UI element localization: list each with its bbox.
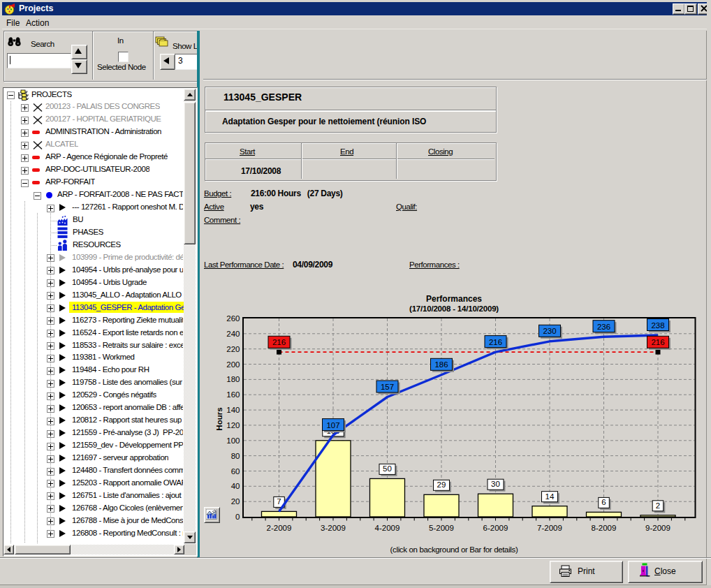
svg-text:(click on background or Bar fo: (click on background or Bar for details) bbox=[390, 545, 518, 554]
svg-text:80: 80 bbox=[231, 452, 240, 460]
svg-text:260: 260 bbox=[226, 314, 240, 323]
svg-text:238: 238 bbox=[651, 321, 664, 330]
svg-text:2: 2 bbox=[656, 501, 660, 510]
svg-text:216: 216 bbox=[651, 338, 664, 346]
svg-text:2-2009: 2-2009 bbox=[267, 524, 292, 532]
svg-text:157: 157 bbox=[381, 383, 394, 391]
svg-text:50: 50 bbox=[383, 464, 392, 473]
svg-text:(17/10/2008 - 14/10/2009): (17/10/2008 - 14/10/2009) bbox=[409, 304, 499, 313]
svg-text:5-2009: 5-2009 bbox=[429, 524, 454, 532]
svg-text:186: 186 bbox=[434, 360, 448, 369]
svg-text:3-2009: 3-2009 bbox=[321, 524, 346, 532]
svg-text:100: 100 bbox=[226, 436, 240, 445]
svg-text:8-2009: 8-2009 bbox=[592, 524, 617, 532]
svg-text:6: 6 bbox=[601, 498, 606, 506]
svg-text:Performances: Performances bbox=[426, 294, 482, 304]
svg-text:216: 216 bbox=[489, 338, 502, 346]
svg-text:40: 40 bbox=[231, 482, 240, 490]
svg-text:Hours: Hours bbox=[215, 407, 223, 430]
svg-text:60: 60 bbox=[231, 467, 240, 476]
svg-text:120: 120 bbox=[226, 421, 240, 429]
svg-text:14: 14 bbox=[545, 492, 555, 501]
svg-text:20: 20 bbox=[231, 497, 240, 506]
svg-text:9-2009: 9-2009 bbox=[645, 524, 670, 532]
svg-text:220: 220 bbox=[226, 345, 240, 353]
svg-text:4-2009: 4-2009 bbox=[375, 524, 400, 532]
svg-text:107: 107 bbox=[326, 421, 339, 429]
svg-text:160: 160 bbox=[226, 390, 240, 399]
svg-text:30: 30 bbox=[491, 480, 500, 488]
svg-text:140: 140 bbox=[226, 406, 240, 414]
svg-text:0: 0 bbox=[235, 513, 240, 521]
svg-text:216: 216 bbox=[272, 338, 286, 346]
svg-text:7: 7 bbox=[277, 497, 281, 506]
svg-text:240: 240 bbox=[226, 330, 240, 338]
svg-text:29: 29 bbox=[437, 480, 446, 489]
svg-text:180: 180 bbox=[226, 375, 240, 383]
svg-text:6-2009: 6-2009 bbox=[483, 524, 508, 532]
svg-text:200: 200 bbox=[226, 360, 240, 369]
svg-text:7-2009: 7-2009 bbox=[537, 524, 562, 532]
svg-text:230: 230 bbox=[543, 327, 556, 335]
svg-text:236: 236 bbox=[597, 323, 610, 331]
